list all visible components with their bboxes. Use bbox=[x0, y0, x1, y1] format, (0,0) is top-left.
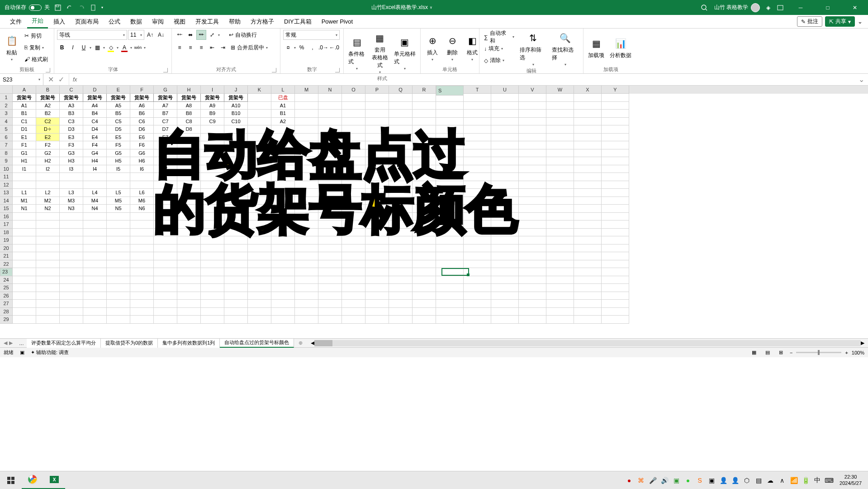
cell[interactable] bbox=[177, 284, 201, 292]
cell[interactable] bbox=[342, 141, 365, 149]
cell[interactable]: F7 bbox=[154, 141, 177, 149]
tray-icon-5[interactable]: 👤 bbox=[719, 476, 727, 484]
cell[interactable] bbox=[602, 229, 629, 237]
cell[interactable] bbox=[13, 229, 36, 237]
cell[interactable]: B8 bbox=[177, 110, 201, 118]
cell[interactable] bbox=[574, 125, 602, 134]
cell[interactable] bbox=[295, 94, 318, 102]
cell[interactable] bbox=[413, 165, 436, 173]
cell[interactable] bbox=[224, 300, 248, 308]
cell[interactable]: N6 bbox=[130, 205, 154, 213]
column-header[interactable]: D bbox=[83, 86, 107, 94]
cell[interactable] bbox=[36, 284, 60, 292]
cell[interactable] bbox=[130, 308, 154, 316]
indent-decrease-icon[interactable]: ⇤ bbox=[207, 43, 217, 53]
cell[interactable] bbox=[177, 252, 201, 260]
cell[interactable] bbox=[342, 197, 365, 205]
cell[interactable] bbox=[248, 316, 271, 324]
cell[interactable] bbox=[574, 276, 602, 284]
cell[interactable] bbox=[201, 213, 224, 221]
cell[interactable] bbox=[464, 244, 491, 253]
select-all-corner[interactable] bbox=[0, 86, 13, 94]
cell[interactable]: B7 bbox=[154, 110, 177, 118]
cell[interactable] bbox=[365, 308, 389, 316]
cell[interactable] bbox=[436, 213, 464, 221]
column-header[interactable]: E bbox=[107, 86, 130, 94]
cell[interactable] bbox=[574, 165, 602, 173]
cell[interactable] bbox=[602, 244, 629, 253]
cell[interactable] bbox=[318, 268, 342, 276]
underline-button[interactable]: U bbox=[79, 43, 89, 53]
cell[interactable] bbox=[574, 244, 602, 253]
cell[interactable] bbox=[295, 173, 318, 181]
indent-increase-icon[interactable]: ⇥ bbox=[218, 43, 228, 53]
column-header[interactable]: H bbox=[177, 86, 201, 94]
cell[interactable] bbox=[574, 149, 602, 158]
cell[interactable] bbox=[574, 300, 602, 308]
cell[interactable] bbox=[177, 236, 201, 244]
cell[interactable] bbox=[271, 308, 295, 316]
column-header[interactable]: W bbox=[546, 86, 574, 94]
cell[interactable] bbox=[271, 189, 295, 197]
sogou-icon[interactable]: S bbox=[696, 476, 704, 484]
cell[interactable] bbox=[519, 213, 546, 221]
cell[interactable] bbox=[436, 284, 464, 292]
cell[interactable] bbox=[491, 205, 519, 213]
excel-taskbar-icon[interactable]: X bbox=[43, 471, 65, 489]
cell[interactable] bbox=[201, 165, 224, 173]
row-header[interactable]: 3 bbox=[0, 110, 13, 118]
row-header[interactable]: 24 bbox=[0, 276, 13, 284]
cell[interactable] bbox=[436, 260, 464, 268]
cell[interactable] bbox=[201, 181, 224, 189]
cell[interactable] bbox=[342, 118, 365, 126]
cell[interactable] bbox=[413, 189, 436, 197]
cell[interactable] bbox=[154, 316, 177, 324]
cell[interactable]: G2 bbox=[36, 149, 60, 158]
cell[interactable] bbox=[491, 197, 519, 205]
cell[interactable] bbox=[107, 292, 130, 300]
cell[interactable]: C7 bbox=[154, 118, 177, 126]
row-header[interactable]: 27 bbox=[0, 300, 13, 308]
cell[interactable] bbox=[154, 252, 177, 260]
cell[interactable] bbox=[13, 181, 36, 189]
cell[interactable] bbox=[519, 102, 546, 110]
cell[interactable] bbox=[365, 292, 389, 300]
cell[interactable] bbox=[295, 221, 318, 229]
cell[interactable] bbox=[546, 173, 574, 181]
cell[interactable] bbox=[318, 213, 342, 221]
cell[interactable] bbox=[365, 110, 389, 118]
cell[interactable] bbox=[436, 110, 464, 118]
cell[interactable] bbox=[491, 292, 519, 300]
cell[interactable]: 货架号 bbox=[224, 94, 248, 102]
cell[interactable] bbox=[464, 94, 491, 102]
cell[interactable] bbox=[318, 260, 342, 268]
cell[interactable] bbox=[295, 252, 318, 260]
row-header[interactable]: 4 bbox=[0, 118, 13, 126]
cell[interactable] bbox=[365, 213, 389, 221]
cell[interactable]: M5 bbox=[107, 197, 130, 205]
sheet-tab[interactable]: 集中多列有效数据到1列 bbox=[158, 339, 220, 348]
cell[interactable] bbox=[224, 213, 248, 221]
cell[interactable] bbox=[271, 229, 295, 237]
sheet-tab[interactable]: 提取借贷不为0的数据 bbox=[101, 339, 158, 348]
cell[interactable] bbox=[248, 213, 271, 221]
cell[interactable]: L5 bbox=[107, 189, 130, 197]
cell[interactable] bbox=[436, 134, 464, 142]
cell[interactable] bbox=[271, 149, 295, 158]
cell[interactable]: E6 bbox=[130, 134, 154, 142]
cell[interactable] bbox=[365, 157, 389, 165]
cell[interactable] bbox=[13, 260, 36, 268]
cell[interactable] bbox=[413, 221, 436, 229]
cell[interactable] bbox=[519, 252, 546, 260]
cell[interactable]: F6 bbox=[130, 141, 154, 149]
cell[interactable] bbox=[464, 189, 491, 197]
cell[interactable] bbox=[519, 260, 546, 268]
cell[interactable] bbox=[248, 244, 271, 253]
cell[interactable] bbox=[224, 197, 248, 205]
cell[interactable] bbox=[318, 221, 342, 229]
row-header[interactable]: 10 bbox=[0, 165, 13, 173]
cell[interactable] bbox=[318, 308, 342, 316]
cell[interactable] bbox=[201, 205, 224, 213]
tray-overflow-icon[interactable]: ∧ bbox=[778, 476, 786, 484]
cell[interactable] bbox=[546, 300, 574, 308]
